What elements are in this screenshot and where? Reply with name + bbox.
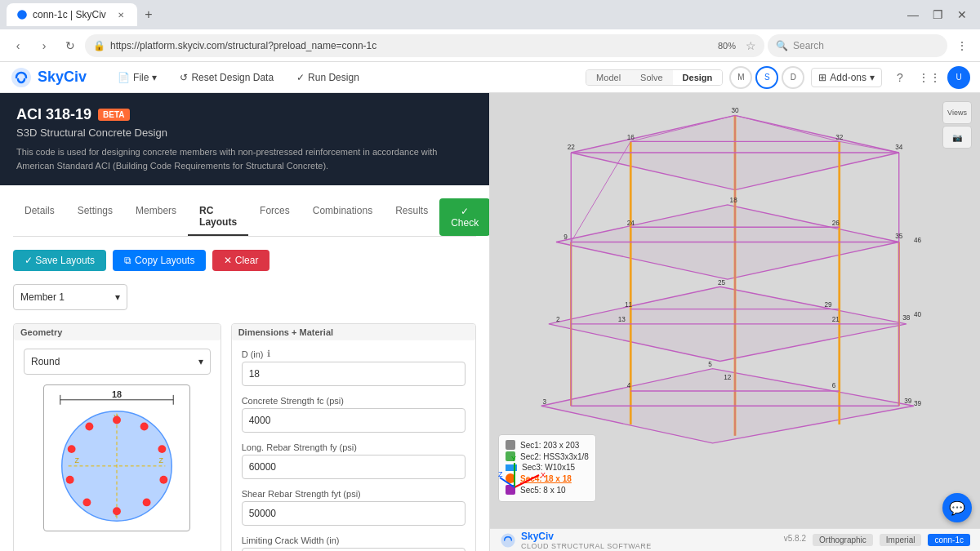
svg-text:11: 11 [625, 301, 633, 309]
apps-grid-btn[interactable]: ⋮⋮ [918, 66, 941, 89]
svg-text:39: 39 [904, 398, 912, 405]
help-btn[interactable]: ? [889, 66, 911, 89]
svg-text:Z: Z [75, 456, 80, 464]
design-panel: Details Settings Members RC Layouts Forc… [0, 185, 489, 551]
concrete-input[interactable] [242, 408, 466, 433]
svg-text:X: X [541, 471, 546, 479]
panels-row: Geometry Round ▾ [13, 323, 476, 551]
win-minimize-btn[interactable]: — [902, 7, 924, 23]
orthographic-btn[interactable]: Orthographic [813, 534, 873, 546]
svg-point-19 [83, 498, 91, 506]
clear-btn[interactable]: ✕ Clear [212, 250, 270, 271]
zoom-level: 80% [713, 41, 741, 51]
screenshot-btn[interactable]: 📷 [942, 126, 972, 149]
run-design-btn[interactable]: ✓ Run Design [292, 69, 364, 87]
toolbar-icon-3[interactable]: D [782, 66, 804, 89]
chat-btn[interactable]: 💬 [942, 493, 972, 522]
views-btn[interactable]: Views [942, 101, 972, 124]
browser-tab[interactable]: conn-1c | SkyCiv ✕ [7, 3, 137, 26]
tab-results[interactable]: Results [384, 198, 439, 236]
svg-text:46: 46 [914, 237, 922, 244]
shear-rebar-input[interactable] [242, 501, 466, 526]
svg-point-13 [113, 416, 121, 424]
svg-text:34: 34 [895, 144, 903, 151]
app-right: Model Solve Design M S D ⊞ Add-ons ▾ ? ⋮… [586, 66, 970, 89]
member-dropdown[interactable]: Member 1 ▾ [13, 284, 127, 310]
tab-combinations[interactable]: Combinations [301, 198, 384, 236]
mode-solve-tab[interactable]: Solve [630, 70, 673, 85]
tab-forces[interactable]: Forces [248, 198, 301, 236]
tab-details[interactable]: Details [13, 198, 66, 236]
mode-model-tab[interactable]: Model [586, 70, 630, 85]
shape-arrow-icon: ▾ [198, 356, 203, 367]
copy-icon: ⧉ [124, 255, 131, 266]
crack-width-group: Limiting Crack Width (in) [242, 535, 466, 551]
dimensions-panel: Dimensions + Material D (in) ℹ Concrete … [231, 323, 476, 551]
new-tab-btn[interactable]: + [137, 3, 160, 26]
addons-chevron-icon: ▾ [870, 72, 875, 83]
crack-width-input[interactable] [242, 548, 466, 551]
save-layouts-btn[interactable]: ✓ Save Layouts [13, 250, 106, 271]
geometry-panel: Geometry Round ▾ [13, 323, 221, 551]
long-rebar-input[interactable] [242, 455, 466, 479]
long-rebar-group: Long. Rebar Strength fy (psi) [242, 442, 466, 479]
extensions-icon[interactable]: ⋮ [951, 34, 973, 57]
logo-text: SkyCiv [38, 69, 87, 86]
back-btn[interactable]: ‹ [7, 34, 29, 57]
svg-text:4: 4 [627, 382, 631, 389]
app-bar: SkyCiv 📄 File ▾ ↺ Reset Design Data ✓ Ru… [0, 62, 980, 93]
forward-btn[interactable]: › [33, 34, 56, 57]
address-bar[interactable]: 🔒 https://platform.skyciv.com/structural… [85, 34, 764, 57]
svg-point-18 [113, 507, 121, 515]
nav-bar: ‹ › ↻ 🔒 https://platform.skyciv.com/stru… [0, 29, 980, 62]
shape-dropdown[interactable]: Round ▾ [24, 349, 211, 375]
tab-settings[interactable]: Settings [66, 198, 124, 236]
svg-text:5: 5 [708, 361, 712, 368]
imperial-btn[interactable]: Imperial [880, 534, 922, 546]
title-bar: conn-1c | SkyCiv ✕ + — ❐ ✕ [0, 0, 980, 29]
main-content: ACI 318-19 BETA S3D Structural Concrete … [0, 93, 980, 551]
win-close-btn[interactable]: ✕ [951, 7, 973, 23]
svg-text:13: 13 [618, 316, 626, 323]
svg-point-21 [68, 445, 76, 453]
concrete-label: Concrete Strength fc (psi) [242, 396, 466, 406]
svg-point-81 [501, 533, 514, 547]
d-input[interactable] [242, 362, 466, 386]
svg-text:12: 12 [724, 374, 732, 381]
svg-point-0 [17, 10, 27, 20]
conn-btn[interactable]: conn-1c [928, 534, 970, 546]
addons-btn[interactable]: ⊞ Add-ons ▾ [811, 68, 882, 87]
file-menu[interactable]: 📄 File ▾ [113, 69, 162, 87]
concrete-field-group: Concrete Strength fc (psi) [242, 396, 466, 433]
shear-rebar-group: Shear Rebar Strength fyt (psi) [242, 489, 466, 526]
toolbar-icon-2[interactable]: S [755, 66, 778, 89]
svg-text:21: 21 [832, 316, 840, 323]
reset-design-btn[interactable]: ↺ Reset Design Data [175, 69, 278, 87]
bottom-subtitle: CLOUD STRUCTURAL SOFTWARE [521, 542, 652, 550]
search-box[interactable]: 🔍 Search [768, 34, 947, 57]
action-buttons: ✓ Save Layouts ⧉ Copy Layouts ✕ Clear [13, 250, 476, 271]
shear-rebar-label: Shear Rebar Strength fyt (psi) [242, 489, 466, 499]
tab-close-btn[interactable]: ✕ [114, 8, 127, 21]
app-menu: 📄 File ▾ ↺ Reset Design Data ✓ Run Desig… [100, 69, 572, 87]
tab-members[interactable]: Members [124, 198, 188, 236]
svg-point-20 [66, 476, 74, 484]
toolbar-icon-1[interactable]: M [729, 66, 752, 89]
chevron-down-icon: ▾ [152, 72, 157, 83]
file-icon: 📄 [118, 72, 130, 83]
svg-text:Y: Y [511, 455, 516, 463]
svg-text:24: 24 [627, 220, 635, 227]
user-avatar[interactable]: U [947, 66, 970, 89]
mode-design-tab[interactable]: Design [673, 70, 723, 85]
view-controls: Views 📷 [942, 101, 972, 149]
grid-icon: ⊞ [818, 72, 826, 83]
win-maximize-btn[interactable]: ❐ [926, 7, 949, 23]
check-btn[interactable]: ✓ Check [439, 198, 490, 236]
browser-window: conn-1c | SkyCiv ✕ + — ❐ ✕ ‹ › ↻ 🔒 https… [0, 0, 980, 551]
bottom-bar: SkyCiv CLOUD STRUCTURAL SOFTWARE v5.8.2 … [490, 528, 980, 551]
tab-rc-layouts[interactable]: RC Layouts [188, 198, 248, 236]
crack-width-label: Limiting Crack Width (in) [242, 535, 466, 545]
refresh-btn[interactable]: ↻ [59, 34, 82, 57]
svg-text:16: 16 [627, 134, 635, 141]
copy-layouts-btn[interactable]: ⧉ Copy Layouts [113, 250, 206, 271]
